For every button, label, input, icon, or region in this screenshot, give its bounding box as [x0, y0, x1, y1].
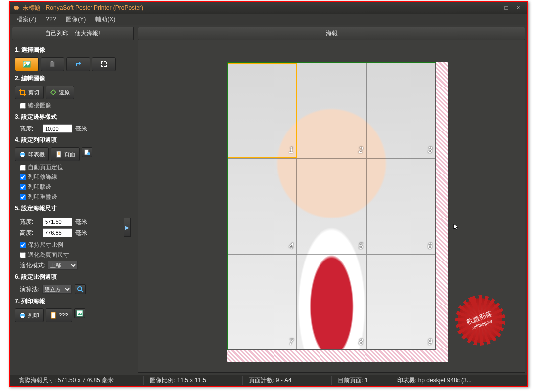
auto-orient-checkbox[interactable] — [20, 165, 26, 171]
print-glue-checkbox[interactable] — [20, 184, 26, 190]
svg-rect-13 — [21, 316, 24, 318]
poster-cell-7[interactable]: 7 — [228, 254, 297, 350]
svg-rect-14 — [51, 312, 55, 318]
statusbar: 實際海報尺寸: 571.50 x 776.85 毫米 圖像比例: 11.5 x … — [10, 375, 527, 386]
stitch-checkbox[interactable] — [20, 103, 26, 109]
status-printer: 印表機: hp deskjet 948c (3... — [391, 376, 524, 385]
restore-label: 還原 — [59, 89, 70, 96]
rotate-button[interactable] — [66, 57, 90, 71]
picture-save-icon — [76, 310, 83, 317]
app-icon — [13, 4, 20, 11]
print-trim-checkbox[interactable] — [20, 174, 26, 180]
expand-icon — [100, 61, 107, 68]
print-button[interactable]: 列印 — [15, 308, 44, 322]
sidebar-body: 1. 選擇圖像 2. 編輯圖像 剪切 還原 縫接圖像 3. 設定邊界樣式 寬度: — [10, 42, 136, 322]
close-button[interactable]: × — [512, 4, 524, 11]
window-title: 未標題 - RonyaSoft Poster Printer (ProPoste… — [23, 4, 489, 12]
stitch-label: 縫接圖像 — [28, 101, 51, 110]
step2-title: 2. 編輯圖像 — [15, 74, 131, 83]
canvas-area: 1 2 3 4 5 6 7 8 9 軟體部落 — [138, 40, 525, 373]
step5-title: 5. 設定海報尺寸 — [15, 204, 131, 213]
menu-help[interactable]: 輔助(X) — [91, 14, 119, 25]
crop-icon — [19, 89, 26, 96]
svg-rect-7 — [57, 151, 61, 157]
magnifier-icon — [77, 286, 84, 293]
paste-icon — [49, 61, 56, 68]
keep-ratio-checkbox[interactable] — [20, 242, 26, 248]
watermark-badge: 軟體部落 softblog.tw — [452, 292, 508, 348]
svg-rect-12 — [21, 313, 24, 314]
page-settings-button[interactable] — [82, 147, 92, 157]
printer-label: 印表機 — [28, 151, 45, 158]
poster-height-label: 高度: — [20, 229, 40, 237]
fit-mode-select[interactable]: 上移 — [48, 261, 78, 270]
open-image-button[interactable] — [15, 57, 39, 71]
poster-cell-4[interactable]: 4 — [228, 158, 297, 254]
sidebar: 自己列印一個大海報! 1. 選擇圖像 2. 編輯圖像 剪切 還原 縫接圖像 3.… — [10, 25, 136, 375]
restore-button[interactable]: 還原 — [46, 86, 74, 99]
printer-button[interactable]: 印表機 — [15, 147, 49, 161]
svg-rect-6 — [21, 155, 24, 157]
poster-grid: 1 2 3 4 5 6 7 8 9 — [228, 63, 436, 350]
glue-margin-right — [436, 62, 448, 362]
border-unit: 毫米 — [75, 125, 87, 133]
poster-height-unit: 毫米 — [75, 229, 87, 237]
poster-width-input[interactable] — [43, 218, 72, 226]
svg-point-9 — [87, 152, 90, 155]
step4-title: 4. 設定列印選項 — [15, 136, 131, 144]
menu-image[interactable]: 圖像(Y) — [62, 14, 90, 25]
poster-cell-3[interactable]: 3 — [366, 63, 436, 159]
picture-icon — [23, 61, 31, 68]
svg-point-1 — [24, 62, 26, 64]
poster-cell-2[interactable]: 2 — [297, 63, 366, 159]
cursor-icon — [453, 223, 460, 231]
menubar: 檔案(Z) ??? 圖像(Y) 輔助(X) — [10, 14, 527, 25]
poster-cell-1[interactable]: 1 — [228, 63, 297, 159]
border-width-input[interactable] — [43, 124, 72, 133]
print-overlap-label: 列印重疊邊 — [28, 193, 57, 201]
poster-cell-9[interactable]: 9 — [366, 254, 436, 350]
save-image-button[interactable] — [74, 308, 85, 318]
keep-ratio-label: 保持尺寸比例 — [28, 241, 63, 249]
export-button[interactable]: ??? — [46, 308, 72, 322]
step7-title: 7. 列印海報 — [15, 297, 131, 305]
svg-rect-5 — [21, 152, 24, 153]
preview-button[interactable] — [75, 284, 86, 294]
svg-rect-2 — [50, 62, 54, 67]
page-label: 頁面 — [64, 151, 75, 158]
app-window: 未標題 - RonyaSoft Poster Printer (ProPoste… — [9, 1, 528, 387]
poster-cell-6[interactable]: 6 — [366, 158, 436, 254]
size-stepper[interactable]: ▶ — [124, 218, 131, 237]
titlebar: 未標題 - RonyaSoft Poster Printer (ProPoste… — [10, 2, 527, 14]
status-page-count: 頁面計數: 9 - A4 — [243, 376, 332, 385]
algorithm-select[interactable]: 雙立方 — [42, 285, 72, 294]
crop-label: 剪切 — [28, 89, 39, 96]
paste-button[interactable] — [41, 57, 64, 71]
main-header: 海報 — [138, 27, 525, 40]
fullscreen-button[interactable] — [92, 57, 116, 71]
restore-icon — [50, 89, 57, 96]
print-overlap-checkbox[interactable] — [20, 194, 26, 200]
menu-file[interactable]: 檔案(Z) — [13, 14, 40, 25]
poster-height-input[interactable] — [43, 228, 72, 237]
poster-cell-5[interactable]: 5 — [297, 158, 366, 254]
menu-unknown[interactable]: ??? — [42, 15, 60, 24]
glue-margin-bottom — [227, 350, 437, 362]
printer-icon — [19, 151, 26, 158]
main-panel: 海報 1 2 3 4 5 6 7 8 9 — [136, 25, 527, 375]
page-button[interactable]: 頁面 — [51, 147, 80, 161]
maximize-button[interactable]: □ — [501, 4, 512, 11]
poster-cell-8[interactable]: 8 — [297, 254, 366, 350]
status-image-ratio: 圖像比例: 11.5 x 11.5 — [144, 376, 243, 385]
document-icon — [50, 312, 57, 319]
print-label: 列印 — [28, 312, 39, 319]
print-trim-label: 列印修飾線 — [28, 173, 57, 181]
minimize-button[interactable]: – — [489, 4, 501, 11]
poster-frame[interactable]: 1 2 3 4 5 6 7 8 9 — [227, 62, 437, 351]
print-glue-label: 列印膠邊 — [28, 183, 51, 191]
crop-button[interactable]: 剪切 — [15, 86, 44, 99]
auto-orient-label: 自動頁面定位 — [28, 163, 63, 172]
export-label: ??? — [59, 312, 68, 318]
step1-title: 1. 選擇圖像 — [15, 46, 131, 54]
fit-page-checkbox[interactable] — [20, 252, 26, 258]
